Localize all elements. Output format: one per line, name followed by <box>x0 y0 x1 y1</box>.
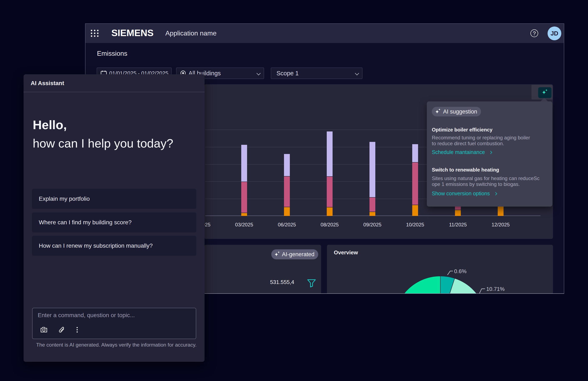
svg-text:0.6%: 0.6% <box>454 268 466 274</box>
svg-text:10.71%: 10.71% <box>486 286 504 292</box>
